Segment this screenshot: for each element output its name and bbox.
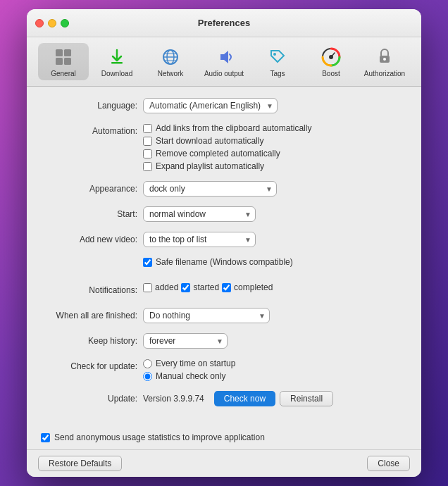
anonymous-row: Send anonymous usage statistics to impro… [27, 425, 421, 449]
appearance-select[interactable]: dock only [143, 181, 277, 197]
svg-rect-0 [56, 49, 63, 56]
remove-completed-label: Remove completed automatically [156, 149, 280, 158]
download-icon [106, 46, 128, 68]
tab-download[interactable]: Download [92, 43, 142, 80]
start-dl-label: Start download automatically [156, 136, 263, 146]
check-now-button[interactable]: Check now [214, 391, 275, 406]
check-update-control: Every time on startup Manual check only [143, 359, 407, 384]
tab-general[interactable]: General [38, 43, 89, 80]
svg-rect-4 [111, 62, 123, 64]
svg-rect-2 [56, 58, 63, 65]
remove-completed-checkbox[interactable] [143, 149, 152, 158]
tab-boost-label: Boost [322, 70, 340, 77]
start-control: normal window ▼ [143, 206, 407, 222]
notifications-control: added started completed [143, 282, 407, 292]
expand-playlist-checkbox[interactable] [143, 162, 152, 171]
automation-label: Automation: [41, 123, 143, 136]
audio-icon [213, 46, 235, 68]
maximize-button[interactable] [61, 19, 69, 27]
start-select[interactable]: normal window [143, 206, 256, 222]
bottom-bar: Restore Defaults Close [27, 449, 421, 477]
automation-check-4: Expand playlist automatically [143, 161, 407, 171]
update-control: Version 3.9.9.74 Check now Reinstall [143, 391, 407, 406]
notifications-completed-label: completed [234, 282, 273, 292]
appearance-row: Appearance: dock only ▼ [41, 181, 407, 199]
svg-rect-3 [64, 58, 71, 65]
safe-filename-row: Safe filename (Windows compatible) [41, 257, 407, 275]
preferences-content: Language: Automatic (American English) ▼… [27, 87, 421, 425]
appearance-control: dock only ▼ [143, 181, 407, 197]
svg-point-10 [273, 53, 276, 56]
automation-control: Add links from the clipboard automatical… [143, 123, 407, 174]
update-buttons-row: Version 3.9.9.74 Check now Reinstall [143, 391, 407, 406]
notifications-inline: added started completed [143, 282, 407, 292]
language-label: Language: [41, 98, 143, 111]
when-finished-select[interactable]: Do nothing [143, 308, 270, 323]
every-startup-label: Every time on startup [156, 359, 235, 368]
check-update-label: Check for update: [41, 359, 143, 371]
preferences-window: Preferences General Download [27, 9, 421, 477]
tab-tags[interactable]: Tags [252, 43, 303, 80]
manual-check-radio[interactable] [143, 372, 152, 381]
when-finished-control: Do nothing ▼ [143, 308, 407, 323]
update-row: Update: Version 3.9.9.74 Check now Reins… [41, 391, 407, 409]
tab-auth[interactable]: Authorization [359, 43, 410, 80]
tab-audio-label: Audio output [204, 70, 244, 77]
tab-boost[interactable]: Boost [306, 43, 356, 80]
tab-general-label: General [51, 70, 76, 77]
automation-check-2: Start download automatically [143, 136, 407, 146]
window-title: Preferences [198, 18, 250, 28]
keep-history-select[interactable]: forever [143, 333, 228, 349]
anonymous-checkbox[interactable] [41, 433, 50, 442]
notifications-started-label: started [193, 282, 219, 292]
every-startup-radio[interactable] [143, 359, 152, 368]
network-icon [159, 46, 182, 68]
svg-rect-1 [64, 49, 71, 56]
when-finished-select-wrapper: Do nothing ▼ [143, 308, 270, 323]
notifications-added-checkbox[interactable] [143, 283, 152, 292]
titlebar: Preferences [27, 9, 421, 37]
safe-filename-checkbox[interactable] [143, 258, 152, 267]
keep-history-label: Keep history: [41, 333, 143, 346]
tab-network[interactable]: Network [145, 43, 196, 80]
when-finished-row: When all are finished: Do nothing ▼ [41, 308, 407, 326]
add-links-checkbox[interactable] [143, 124, 152, 133]
add-links-label: Add links from the clipboard automatical… [156, 123, 311, 133]
start-label: Start: [41, 206, 143, 219]
close-button[interactable] [35, 19, 44, 27]
tab-download-label: Download [101, 70, 132, 77]
traffic-lights [35, 19, 69, 27]
notifications-started-checkbox[interactable] [181, 283, 190, 292]
start-select-wrapper: normal window ▼ [143, 206, 256, 222]
language-select[interactable]: Automatic (American English) [143, 98, 278, 113]
keep-history-row: Keep history: forever ▼ [41, 333, 407, 351]
anonymous-label: Send anonymous usage statistics to impro… [54, 432, 265, 444]
notifications-added-label: added [155, 282, 178, 292]
close-button[interactable]: Close [367, 456, 410, 471]
expand-playlist-label: Expand playlist automatically [156, 161, 264, 171]
svg-point-15 [383, 58, 386, 61]
boost-icon [320, 46, 342, 68]
start-row: Start: normal window ▼ [41, 206, 407, 225]
toolbar: General Download Network [27, 37, 421, 87]
start-dl-checkbox[interactable] [143, 137, 152, 146]
safe-filename-spacer [41, 257, 143, 260]
tags-icon [266, 46, 289, 68]
notifications-label: Notifications: [41, 282, 143, 295]
tab-network-label: Network [158, 70, 184, 77]
appearance-label: Appearance: [41, 181, 143, 194]
update-label: Update: [41, 391, 143, 404]
minimize-button[interactable] [48, 19, 56, 27]
tab-auth-label: Authorization [364, 70, 405, 77]
notifications-completed-checkbox[interactable] [222, 283, 231, 292]
add-new-video-select[interactable]: to the top of list [143, 232, 256, 247]
manual-check-label: Manual check only [156, 371, 225, 381]
automation-check-3: Remove completed automatically [143, 149, 407, 158]
check-update-radio-2: Manual check only [143, 371, 407, 381]
tab-audio[interactable]: Audio output [199, 43, 249, 80]
reinstall-button[interactable]: Reinstall [280, 391, 333, 406]
keep-history-control: forever ▼ [143, 333, 407, 349]
safe-filename-label: Safe filename (Windows compatible) [156, 257, 293, 267]
check-update-radio-1: Every time on startup [143, 359, 407, 368]
restore-defaults-button[interactable]: Restore Defaults [38, 456, 122, 471]
